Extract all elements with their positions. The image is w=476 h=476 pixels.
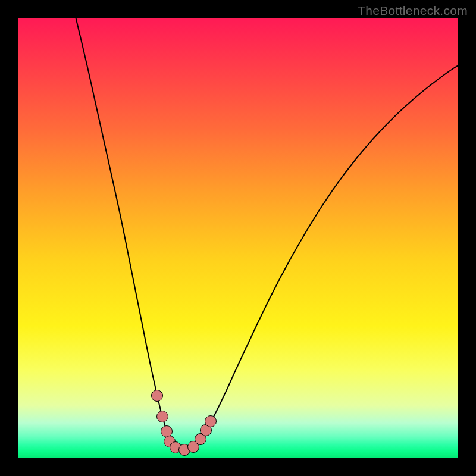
marker-dot [205, 416, 217, 427]
marker-dot [152, 390, 163, 402]
marker-dot [161, 426, 173, 437]
plot-svg [18, 18, 458, 458]
markers-group [152, 390, 217, 456]
curve-line [74, 18, 458, 450]
watermark-text: TheBottleneck.com [358, 4, 468, 18]
plot-frame [18, 18, 458, 458]
marker-dot [157, 411, 168, 422]
